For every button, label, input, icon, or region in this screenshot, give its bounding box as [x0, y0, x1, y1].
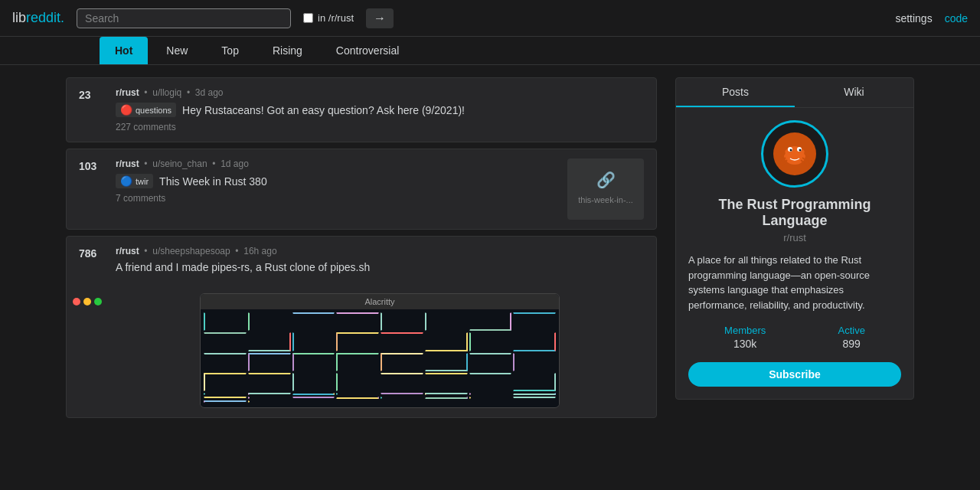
post-content: r/rust • u/sheepshapesoap • 16h ago A fr… — [116, 246, 644, 278]
post-title[interactable]: A friend and I made pipes-rs, a Rust clo… — [116, 261, 370, 273]
post-subreddit[interactable]: r/rust — [116, 87, 139, 98]
post-card: 103 r/rust • u/seino_chan • 1d ago 🔵 twi… — [66, 149, 657, 230]
stat-members: Members 130k — [724, 325, 766, 350]
alacritty-window: Alacritty — [200, 293, 560, 408]
search-go-button[interactable]: → — [366, 8, 394, 28]
thumbnail-link-text: this-week-in-... — [575, 192, 636, 207]
post-score: 786 — [79, 246, 106, 278]
post-score: 23 — [79, 87, 106, 132]
search-input[interactable] — [85, 12, 283, 24]
logo-lib: lib — [12, 10, 26, 25]
post-meta: r/rust • u/seino_chan • 1d ago — [116, 158, 558, 169]
post-flair: 🔵 twir — [116, 174, 153, 188]
sidebar-card: Posts Wiki — [675, 77, 914, 400]
main-container: 23 r/rust • u/llogiq • 3d ago 🔴 question… — [54, 65, 926, 430]
tab-new[interactable]: New — [151, 37, 203, 64]
post-content: r/rust • u/seino_chan • 1d ago 🔵 twir Th… — [116, 158, 558, 220]
post-title[interactable]: Hey Rustaceans! Got an easy question? As… — [182, 104, 465, 116]
active-count: 899 — [838, 338, 864, 350]
crab-icon — [772, 131, 818, 177]
tab-rising[interactable]: Rising — [257, 37, 318, 64]
svg-point-5 — [799, 149, 802, 152]
flair-text: questions — [136, 106, 172, 115]
search-in-subreddit-checkbox[interactable] — [303, 13, 313, 23]
post-image-container: Alacritty — [116, 293, 644, 408]
subreddit-avatar — [761, 120, 828, 188]
post-comments[interactable]: 227 comments — [116, 122, 644, 132]
post-meta: r/rust • u/sheepshapesoap • 16h ago — [116, 246, 644, 256]
search-in-subreddit-label: in /r/rust — [318, 12, 354, 24]
alacritty-body — [201, 309, 559, 406]
post-title-row: A friend and I made pipes-rs, a Rust clo… — [116, 261, 644, 273]
post-time: 3d ago — [195, 87, 224, 98]
sidebar-subreddit: r/rust — [688, 232, 901, 243]
sidebar-tab-wiki[interactable]: Wiki — [795, 78, 913, 107]
svg-point-4 — [790, 149, 792, 152]
tab-hot[interactable]: Hot — [100, 37, 148, 64]
post-author: u/seino_chan — [152, 158, 207, 169]
logo-reddit: reddit. — [26, 10, 64, 25]
search-options: in /r/rust — [303, 12, 354, 24]
link-icon: 🔗 — [596, 171, 616, 189]
sidebar-description: A place for all things related to the Ru… — [688, 253, 901, 312]
post-card: 23 r/rust • u/llogiq • 3d ago 🔴 question… — [66, 77, 657, 142]
post-title-row: 🔵 twir This Week in Rust 380 — [116, 174, 558, 188]
post-title[interactable]: This Week in Rust 380 — [159, 175, 267, 188]
post-title-row: 🔴 questions Hey Rustaceans! Got an easy … — [116, 103, 644, 117]
sidebar-title: The Rust Programming Language — [688, 197, 901, 229]
flair-icon: 🔴 — [120, 104, 132, 116]
post-subreddit[interactable]: r/rust — [116, 246, 139, 256]
search-bar — [77, 8, 291, 28]
header-links: settings code — [895, 12, 968, 24]
stat-active: Active 899 — [838, 325, 864, 350]
post-content: r/rust • u/llogiq • 3d ago 🔴 questions H… — [116, 87, 644, 132]
post-comments[interactable]: 7 comments — [116, 193, 558, 204]
active-label: Active — [838, 325, 864, 336]
post-time: 1d ago — [220, 158, 249, 169]
sidebar-body: The Rust Programming Language r/rust A p… — [676, 108, 913, 399]
post-author: u/sheepshapesoap — [152, 246, 230, 256]
code-link[interactable]: code — [945, 12, 968, 24]
post-subreddit[interactable]: r/rust — [116, 158, 139, 169]
members-label: Members — [724, 325, 766, 336]
header: libreddit. in /r/rust → settings code — [0, 0, 980, 37]
subscribe-button[interactable]: Subscribe — [688, 362, 901, 387]
logo[interactable]: libreddit. — [12, 10, 64, 26]
window-title: Alacritty — [364, 297, 394, 306]
flair-text: twir — [136, 177, 149, 186]
nav-tabs: Hot New Top Rising Controversial — [0, 37, 980, 65]
post-score: 103 — [79, 158, 106, 220]
tab-top[interactable]: Top — [206, 37, 254, 64]
posts-column: 23 r/rust • u/llogiq • 3d ago 🔴 question… — [66, 77, 657, 418]
post-card: 786 r/rust • u/sheepshapesoap • 16h ago … — [66, 236, 657, 418]
post-meta: r/rust • u/llogiq • 3d ago — [116, 87, 644, 98]
sidebar-tabs: Posts Wiki — [676, 78, 913, 108]
alacritty-titlebar: Alacritty — [201, 294, 559, 309]
tab-controversial[interactable]: Controversial — [321, 37, 414, 64]
post-flair: 🔴 questions — [116, 103, 176, 117]
post-author: u/llogiq — [152, 87, 181, 98]
sidebar-stats: Members 130k Active 899 — [688, 325, 901, 350]
post-thumbnail[interactable]: 🔗 this-week-in-... — [567, 158, 644, 220]
post-row: 786 r/rust • u/sheepshapesoap • 16h ago … — [79, 246, 644, 278]
flair-icon: 🔵 — [120, 175, 132, 187]
post-time: 16h ago — [243, 246, 276, 256]
members-count: 130k — [724, 338, 766, 350]
sidebar: Posts Wiki — [675, 77, 914, 418]
settings-link[interactable]: settings — [895, 12, 932, 24]
sidebar-tab-posts[interactable]: Posts — [676, 78, 795, 107]
